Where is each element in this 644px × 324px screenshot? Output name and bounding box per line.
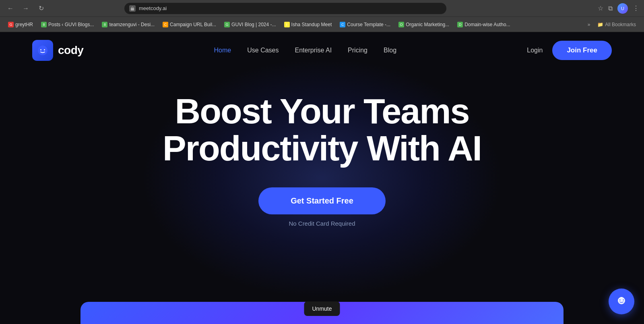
address-text: meetcody.ai (139, 5, 167, 11)
unmute-button[interactable]: Unmute (304, 301, 340, 316)
svg-rect-2 (40, 49, 41, 50)
hero-cta: Get Started Free No Credit Card Required (8, 187, 636, 227)
chat-widget-button[interactable] (609, 289, 634, 314)
bookmark-label: Organic Marketing... (406, 22, 449, 27)
hero-title-line1: Boost Your Teams (175, 91, 469, 131)
address-bar[interactable]: meetcody.ai (124, 3, 446, 14)
nav-home[interactable]: Home (214, 47, 231, 54)
bookmark-favicon: I (284, 22, 290, 27)
nav-use-cases[interactable]: Use Cases (247, 47, 279, 54)
bookmarks-more[interactable]: » (585, 21, 593, 29)
hero-title: Boost Your Teams Productivity With AI (101, 93, 543, 167)
bookmark-domain[interactable]: D Domain-wise Autho... (454, 21, 513, 29)
nav-pricing[interactable]: Pricing (348, 47, 367, 54)
nav-blog[interactable]: Blog (384, 47, 396, 54)
menu-icon[interactable]: ⋮ (633, 4, 639, 12)
bookmark-favicon: C (340, 22, 345, 27)
bookmark-guvi-blog[interactable]: G GUVI Blog | 2024 -... (221, 21, 279, 29)
forward-button[interactable]: → (20, 3, 31, 14)
logo-text: cody (58, 44, 83, 57)
bookmark-label: Course Template -... (347, 22, 390, 27)
bookmark-label: Isha Standup Meet (291, 22, 332, 27)
all-bookmarks-label: All Bookmarks (605, 22, 636, 27)
bookmark-label: greytHR (15, 22, 33, 27)
bookmark-guvi-blogs[interactable]: 8 Posts ‹ GUVI Blogs... (38, 21, 97, 29)
all-bookmarks[interactable]: 📁 All Bookmarks (594, 21, 639, 29)
hero-section: Boost Your Teams Productivity With AI Ge… (0, 69, 644, 243)
star-icon[interactable]: ☆ (598, 4, 603, 12)
bookmark-campaign[interactable]: C Campaign URL Buil... (159, 21, 219, 29)
hero-title-line2: Productivity With AI (163, 128, 481, 168)
bookmark-favicon: 8 (102, 22, 107, 27)
website-content: cody Home Use Cases Enterprise AI Pricin… (0, 32, 644, 324)
bookmark-teamzen[interactable]: 8 teamzenguvi - Desi... (99, 21, 158, 29)
navbar: cody Home Use Cases Enterprise AI Pricin… (0, 32, 644, 69)
bookmark-favicon: O (398, 22, 404, 27)
bookmark-favicon: D (457, 22, 463, 27)
bookmark-label: Domain-wise Autho... (464, 22, 510, 27)
extensions-icon[interactable]: ⧉ (608, 5, 613, 12)
refresh-button[interactable]: ↻ (35, 3, 47, 14)
nav-enterprise-ai[interactable]: Enterprise AI (295, 47, 332, 54)
bookmark-isha[interactable]: I Isha Standup Meet (281, 21, 335, 29)
svg-rect-3 (44, 49, 45, 50)
login-button[interactable]: Login (527, 47, 543, 54)
join-free-button[interactable]: Join Free (552, 41, 612, 60)
bookmark-course[interactable]: C Course Template -... (336, 21, 394, 29)
security-icon (129, 5, 136, 12)
svg-rect-0 (131, 8, 134, 10)
bookmark-label: Campaign URL Buil... (170, 22, 216, 27)
svg-rect-5 (619, 299, 621, 301)
bookmark-organic[interactable]: O Organic Marketing... (395, 21, 452, 29)
browser-right-icons: ☆ ⧉ U ⋮ (598, 3, 639, 14)
bookmark-label: GUVI Blog | 2024 -... (231, 22, 276, 27)
browser-chrome: ← → ↻ meetcody.ai ☆ ⧉ U ⋮ G greytHR 8 (0, 0, 644, 32)
bookmark-favicon: G (8, 22, 14, 27)
logo-icon (32, 40, 53, 61)
user-avatar[interactable]: U (617, 3, 628, 14)
bookmark-greyhr[interactable]: G greytHR (5, 21, 36, 29)
nav-links: Home Use Cases Enterprise AI Pricing Blo… (214, 47, 396, 54)
bookmark-label: Posts ‹ GUVI Blogs... (48, 22, 94, 27)
logo[interactable]: cody (32, 40, 83, 61)
no-credit-card-text: No Credit Card Required (289, 220, 355, 227)
bookmark-label: teamzenguvi - Desi... (109, 22, 155, 27)
bookmark-favicon: G (224, 22, 230, 27)
bookmarks-bar: G greytHR 8 Posts ‹ GUVI Blogs... 8 team… (0, 17, 644, 32)
nav-right: Login Join Free (527, 41, 612, 60)
back-button[interactable]: ← (5, 3, 16, 14)
bookmark-favicon: 8 (41, 22, 47, 27)
browser-toolbar: ← → ↻ meetcody.ai ☆ ⧉ U ⋮ (0, 0, 644, 17)
get-started-button[interactable]: Get Started Free (258, 187, 386, 214)
svg-rect-6 (623, 299, 624, 301)
bookmark-favicon: C (163, 22, 168, 27)
